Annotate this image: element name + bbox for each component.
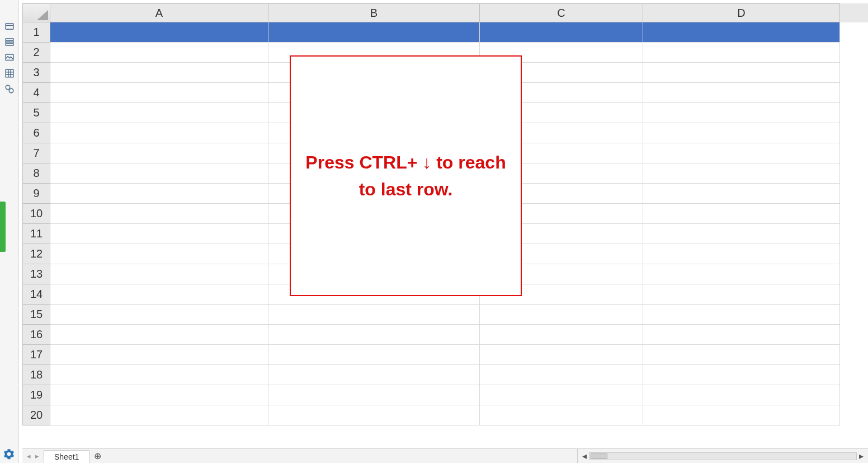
cell-D3[interactable] (643, 63, 840, 83)
row-19: 19 (22, 385, 868, 405)
row-header-18[interactable]: 18 (22, 365, 50, 385)
cell-B15[interactable] (268, 305, 480, 325)
column-header-D[interactable]: D (643, 3, 840, 22)
cell-C20[interactable] (480, 405, 643, 425)
cell-D2[interactable] (643, 43, 840, 63)
row-header-16[interactable]: 16 (22, 325, 50, 345)
column-header-A[interactable]: A (50, 3, 268, 22)
cell-D1[interactable] (643, 22, 840, 43)
gallery-icon[interactable] (3, 52, 16, 64)
row-header-10[interactable]: 10 (22, 204, 50, 224)
cell-A20[interactable] (50, 405, 268, 425)
cell-A19[interactable] (50, 385, 268, 405)
row-header-8[interactable]: 8 (22, 163, 50, 184)
hscroll-thumb[interactable] (591, 453, 607, 459)
row-header-5[interactable]: 5 (22, 103, 50, 123)
row-header-2[interactable]: 2 (22, 43, 50, 63)
row-header-1[interactable]: 1 (22, 22, 50, 43)
column-header-B[interactable]: B (268, 3, 480, 22)
column-header-C[interactable]: C (480, 3, 643, 22)
styles-icon[interactable] (3, 36, 16, 48)
properties-icon[interactable] (3, 20, 16, 32)
svg-point-12 (9, 88, 13, 93)
row-header-13[interactable]: 13 (22, 264, 50, 284)
cell-A13[interactable] (50, 264, 268, 284)
settings-gear-icon[interactable] (3, 448, 15, 460)
row-header-6[interactable]: 6 (22, 123, 50, 143)
row-header-12[interactable]: 12 (22, 244, 50, 264)
cell-A16[interactable] (50, 325, 268, 345)
cell-A18[interactable] (50, 365, 268, 385)
cell-A11[interactable] (50, 224, 268, 244)
cell-C18[interactable] (480, 365, 643, 385)
cell-A8[interactable] (50, 163, 268, 184)
cell-B18[interactable] (268, 365, 480, 385)
cell-A7[interactable] (50, 143, 268, 163)
cell-D5[interactable] (643, 103, 840, 123)
row-header-20[interactable]: 20 (22, 405, 50, 425)
row-1: 1 (22, 22, 868, 43)
row-header-14[interactable]: 14 (22, 284, 50, 305)
cell-A3[interactable] (50, 63, 268, 83)
cell-D9[interactable] (643, 184, 840, 204)
cell-D11[interactable] (643, 224, 840, 244)
row-header-17[interactable]: 17 (22, 345, 50, 365)
row-header-3[interactable]: 3 (22, 63, 50, 83)
tab-prev-icon[interactable]: ◂ (27, 452, 31, 460)
row-header-7[interactable]: 7 (22, 143, 50, 163)
cell-A12[interactable] (50, 244, 268, 264)
cell-A17[interactable] (50, 345, 268, 365)
cell-D7[interactable] (643, 143, 840, 163)
cell-A1[interactable] (50, 22, 268, 43)
cell-D17[interactable] (643, 345, 840, 365)
annotation-callout: Press CTRL+ ↓ to reach to last row. (290, 55, 522, 296)
row-header-11[interactable]: 11 (22, 224, 50, 244)
cell-A9[interactable] (50, 184, 268, 204)
cell-A6[interactable] (50, 123, 268, 143)
row-header-19[interactable]: 19 (22, 385, 50, 405)
tab-next-icon[interactable]: ▸ (35, 452, 39, 460)
find-icon[interactable] (3, 83, 16, 95)
cell-A4[interactable] (50, 83, 268, 103)
cell-C16[interactable] (480, 325, 643, 345)
cell-D16[interactable] (643, 325, 840, 345)
cell-A2[interactable] (50, 43, 268, 63)
cell-A14[interactable] (50, 284, 268, 305)
cell-D6[interactable] (643, 123, 840, 143)
cell-D4[interactable] (643, 83, 840, 103)
cell-D14[interactable] (643, 284, 840, 305)
cell-A10[interactable] (50, 204, 268, 224)
sidebar-handle[interactable] (0, 202, 6, 252)
horizontal-scrollbar[interactable]: ◂ ▸ (577, 449, 868, 463)
add-sheet-button[interactable]: ⊕ (89, 449, 105, 463)
cell-C19[interactable] (480, 385, 643, 405)
cell-D15[interactable] (643, 305, 840, 325)
cell-B17[interactable] (268, 345, 480, 365)
sheet-tab-active[interactable]: Sheet1 (44, 450, 89, 463)
tab-nav-arrows[interactable]: ◂ ▸ (22, 449, 44, 463)
cell-B16[interactable] (268, 325, 480, 345)
select-all-corner[interactable] (22, 3, 50, 22)
cell-C15[interactable] (480, 305, 643, 325)
hscroll-track[interactable] (589, 452, 857, 460)
cell-D13[interactable] (643, 264, 840, 284)
cell-D18[interactable] (643, 365, 840, 385)
cell-D12[interactable] (643, 244, 840, 264)
hscroll-right-icon[interactable]: ▸ (857, 452, 866, 461)
cell-D20[interactable] (643, 405, 840, 425)
cell-B1[interactable] (268, 22, 480, 43)
row-header-9[interactable]: 9 (22, 184, 50, 204)
cell-A5[interactable] (50, 103, 268, 123)
cell-B19[interactable] (268, 385, 480, 405)
row-header-15[interactable]: 15 (22, 305, 50, 325)
cell-D10[interactable] (643, 204, 840, 224)
cell-A15[interactable] (50, 305, 268, 325)
navigator-icon[interactable] (3, 67, 16, 79)
row-header-4[interactable]: 4 (22, 83, 50, 103)
cell-D19[interactable] (643, 385, 840, 405)
cell-C1[interactable] (480, 22, 643, 43)
hscroll-left-icon[interactable]: ◂ (580, 452, 589, 461)
cell-C17[interactable] (480, 345, 643, 365)
cell-B20[interactable] (268, 405, 480, 425)
cell-D8[interactable] (643, 163, 840, 184)
